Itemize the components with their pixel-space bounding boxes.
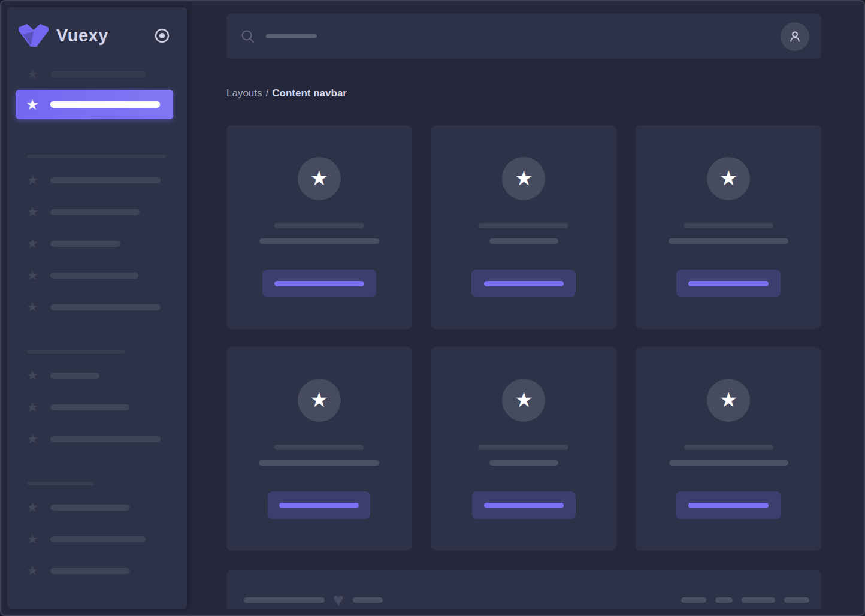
star-badge: ★	[707, 157, 750, 200]
star-icon: ★	[25, 269, 40, 282]
card-title-skeleton	[684, 223, 773, 228]
card-subtitle-skeleton	[259, 238, 379, 244]
card-title-skeleton	[684, 445, 773, 450]
star-icon: ★	[25, 501, 40, 514]
nav-section-header-skeleton	[27, 350, 125, 354]
star-icon: ★	[25, 369, 40, 382]
sidebar-item-label-skeleton	[50, 505, 130, 511]
star-icon: ★	[310, 168, 328, 190]
star-icon: ★	[719, 168, 737, 190]
footer-link-skeleton	[742, 597, 775, 603]
sidebar-item[interactable]: ★	[7, 291, 187, 323]
star-icon: ★	[515, 168, 533, 190]
button-label-skeleton	[274, 281, 364, 286]
breadcrumb-current: Content navbar	[272, 87, 347, 99]
card-subtitle-skeleton	[669, 238, 788, 244]
sidebar-item-label-skeleton	[50, 304, 161, 310]
star-badge: ★	[502, 379, 545, 422]
sidebar-item-label-skeleton	[50, 241, 120, 247]
card-button[interactable]	[268, 491, 370, 519]
footer-text-skeleton	[353, 597, 383, 603]
sidebar-item[interactable]: ★	[7, 491, 187, 523]
sidebar-item-label-skeleton	[50, 71, 146, 77]
star-icon: ★	[515, 389, 533, 412]
sidebar-item[interactable]: ★	[7, 259, 187, 291]
card-button[interactable]	[472, 491, 576, 519]
star-badge: ★	[298, 379, 341, 422]
heart-icon[interactable]: ♥	[333, 591, 344, 609]
star-icon: ★	[25, 401, 40, 414]
star-icon: ★	[25, 564, 40, 578]
star-icon: ★	[719, 389, 737, 412]
card-button[interactable]	[471, 270, 576, 297]
card-title-skeleton	[479, 445, 568, 450]
sidebar-item[interactable]: ★	[7, 523, 187, 555]
user-avatar-button[interactable]	[781, 22, 809, 51]
card-title-skeleton	[274, 445, 364, 450]
sidebar-item-label-skeleton	[50, 373, 99, 379]
card-subtitle-skeleton	[259, 460, 379, 466]
sidebar-item-label-skeleton	[50, 101, 160, 108]
star-icon: ★	[25, 533, 40, 546]
sidebar-item-active[interactable]: ★	[16, 90, 173, 119]
star-badge: ★	[707, 379, 750, 422]
footer-card: ♥	[226, 570, 821, 609]
star-icon: ★	[25, 174, 40, 187]
sidebar-item-label-skeleton	[50, 177, 161, 183]
search-placeholder-skeleton	[266, 34, 317, 38]
breadcrumb-parent-link[interactable]: Layouts	[226, 87, 262, 99]
app-window: Vuexy ★★★★★★★★★★★★★	[0, 0, 865, 616]
content-card: ★	[636, 347, 821, 551]
content-card: ★	[431, 347, 617, 551]
vuexy-logo-icon	[18, 23, 49, 48]
card-button[interactable]	[676, 270, 781, 297]
button-label-skeleton	[688, 281, 769, 286]
button-label-skeleton	[279, 503, 359, 508]
sidebar-item-label-skeleton	[50, 436, 161, 442]
sidebar-item[interactable]: ★	[7, 391, 187, 423]
footer-link-skeleton	[784, 597, 809, 603]
footer-row: ♥	[226, 570, 821, 609]
sidebar-item[interactable]: ★	[7, 360, 187, 391]
app-title: Vuexy	[56, 26, 108, 46]
card-button[interactable]	[676, 491, 781, 519]
footer-link-skeleton	[681, 597, 706, 603]
sidebar-item[interactable]: ★	[7, 555, 187, 587]
search-bar[interactable]	[226, 14, 821, 59]
star-badge: ★	[502, 157, 545, 200]
breadcrumb: Layouts / Content navbar	[226, 87, 863, 99]
sidebar-header: Vuexy	[18, 22, 176, 49]
menu-pin-toggle-icon[interactable]	[154, 28, 170, 44]
star-icon: ★	[25, 206, 40, 219]
card-subtitle-skeleton	[669, 460, 788, 466]
card-title-skeleton	[274, 223, 364, 228]
content-card: ★	[431, 125, 617, 329]
card-grid: ★★★★★★	[226, 125, 821, 551]
sidebar-item[interactable]: ★	[7, 423, 187, 455]
card-button[interactable]	[262, 270, 376, 297]
sidebar-item[interactable]: ★	[7, 164, 187, 196]
content-card: ★	[226, 347, 412, 551]
sidebar-item[interactable]: ★	[7, 196, 187, 228]
sidebar-item[interactable]: ★	[7, 228, 187, 259]
star-icon: ★	[25, 433, 40, 446]
sidebar-item-label-skeleton	[50, 404, 130, 410]
star-icon: ★	[25, 237, 40, 250]
button-label-skeleton	[484, 281, 564, 286]
main-content: Layouts / Content navbar ★★★★★★ ♥	[187, 7, 863, 609]
button-label-skeleton	[484, 503, 564, 508]
content-card: ★	[636, 125, 821, 329]
card-subtitle-skeleton	[489, 238, 558, 244]
sidebar: Vuexy ★★★★★★★★★★★★★	[7, 7, 187, 609]
card-title-skeleton	[479, 223, 568, 228]
search-icon	[240, 29, 256, 44]
star-icon: ★	[310, 389, 328, 412]
sidebar-nav: ★★★★★★★★★★★★★	[7, 58, 187, 587]
sidebar-item[interactable]: ★	[7, 58, 187, 90]
nav-section-header-skeleton	[27, 482, 94, 485]
button-label-skeleton	[688, 503, 769, 508]
card-subtitle-skeleton	[489, 460, 558, 466]
sidebar-item-label-skeleton	[50, 209, 140, 215]
breadcrumb-separator: /	[266, 87, 269, 99]
star-icon: ★	[25, 301, 40, 314]
